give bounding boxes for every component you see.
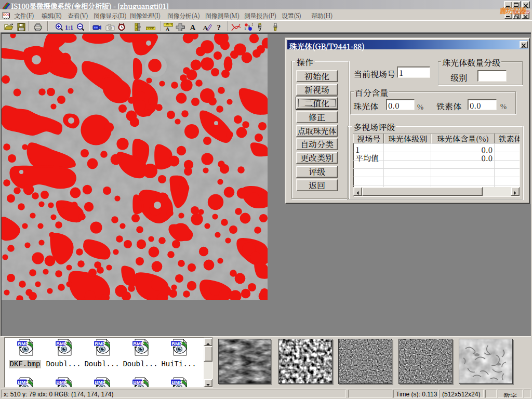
svg-text:BMP: BMP	[171, 379, 182, 385]
svg-text:A: A	[166, 26, 170, 32]
svg-text:1:1: 1:1	[65, 24, 73, 31]
svg-text:1: 1	[244, 27, 246, 31]
svg-text:A: A	[190, 23, 196, 31]
svg-text:BMP: BMP	[95, 379, 105, 385]
svg-text:?: ?	[217, 23, 221, 31]
svg-text:BMP: BMP	[133, 341, 144, 347]
svg-text:BMP: BMP	[171, 341, 182, 347]
svg-text:3: 3	[252, 23, 254, 26]
svg-text:BMP: BMP	[18, 341, 29, 347]
svg-text:BMP: BMP	[56, 341, 67, 347]
svg-text:BMP: BMP	[18, 379, 29, 385]
svg-text:DOC: DOC	[3, 13, 10, 16]
svg-text:BMP: BMP	[133, 379, 144, 385]
svg-text:BMP: BMP	[95, 341, 105, 347]
svg-text:BMP: BMP	[56, 379, 67, 385]
